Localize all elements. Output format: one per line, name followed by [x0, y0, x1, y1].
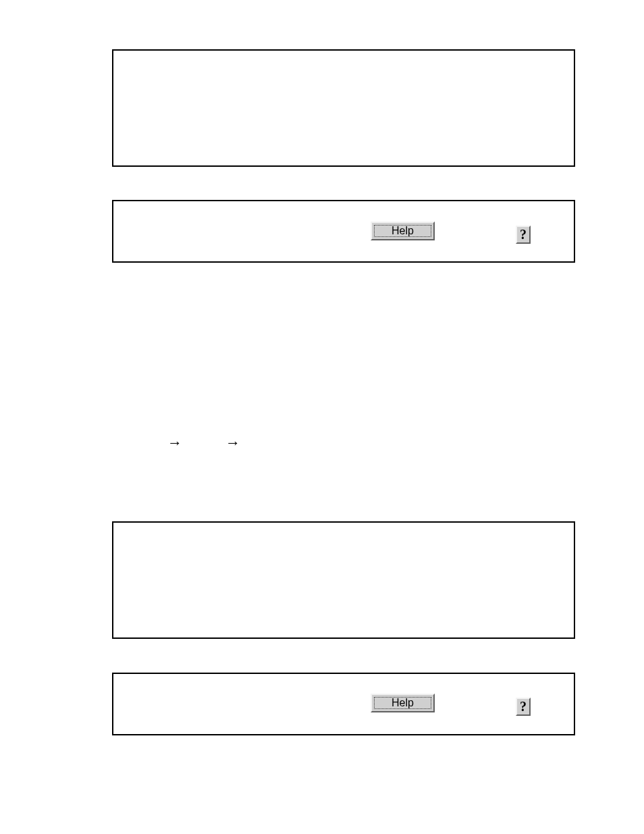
question-mark-icon-2[interactable]: ? [516, 698, 531, 716]
panel-help-row-1 [112, 200, 575, 263]
panel-top-large [112, 49, 575, 167]
panel-bottom-large [112, 521, 575, 639]
arrow-right-icon-1: → [167, 436, 182, 450]
help-button-1[interactable]: Help [371, 221, 435, 240]
help-button-2[interactable]: Help [371, 694, 435, 712]
page: Help ? → → Help ? [0, 0, 644, 834]
question-mark-icon-1[interactable]: ? [516, 226, 531, 244]
panel-help-row-2 [112, 673, 575, 735]
arrow-right-icon-2: → [225, 436, 240, 450]
